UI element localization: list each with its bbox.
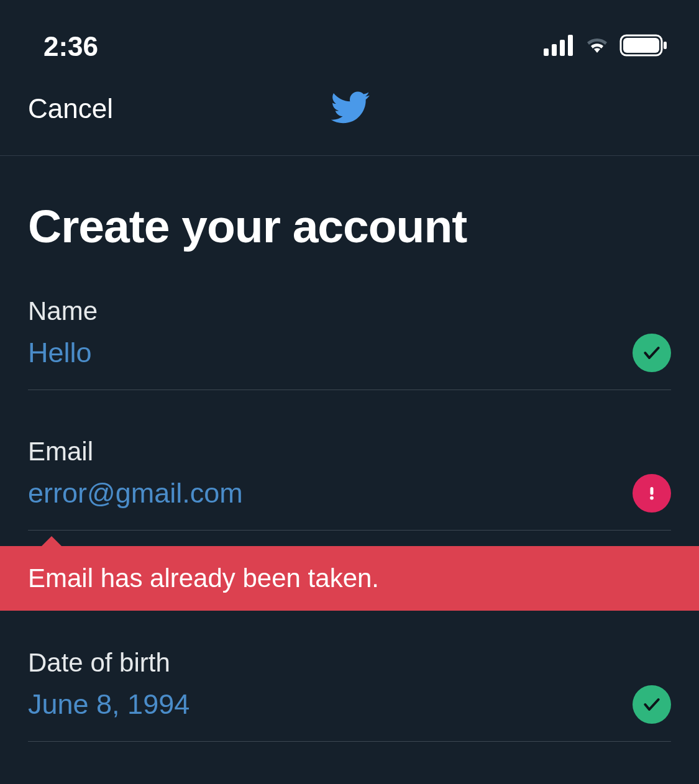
battery-icon [619,34,668,59]
svg-point-7 [650,496,654,500]
svg-rect-2 [560,40,565,56]
svg-rect-5 [623,38,659,53]
page-title: Create your account [0,156,699,296]
name-input[interactable] [28,337,575,369]
email-label: Email [28,437,671,467]
signup-form: Name Email Email has already been taken. [0,296,699,742]
status-bar: 2:36 [0,0,699,75]
dob-input[interactable] [28,688,575,721]
svg-rect-1 [552,44,557,56]
check-icon [633,685,671,724]
dob-label: Date of birth [28,648,671,678]
name-field-container: Name [0,296,699,390]
wifi-icon [583,35,611,58]
cancel-button[interactable]: Cancel [28,93,113,124]
svg-rect-8 [651,487,654,495]
dob-field-container: Date of birth [0,648,699,742]
svg-rect-6 [664,42,667,49]
twitter-logo-icon [325,87,375,130]
error-icon [633,474,671,513]
cellular-signal-icon [544,35,575,58]
nav-bar: Cancel [0,75,699,156]
status-icons [544,34,668,59]
name-label: Name [28,296,671,326]
email-field-container: Email [0,437,699,531]
svg-rect-3 [568,35,573,56]
error-banner: Email has already been taken. [0,546,699,611]
email-input[interactable] [28,477,575,509]
svg-rect-0 [544,48,549,56]
status-time: 2:36 [43,31,98,62]
check-icon [633,334,671,372]
